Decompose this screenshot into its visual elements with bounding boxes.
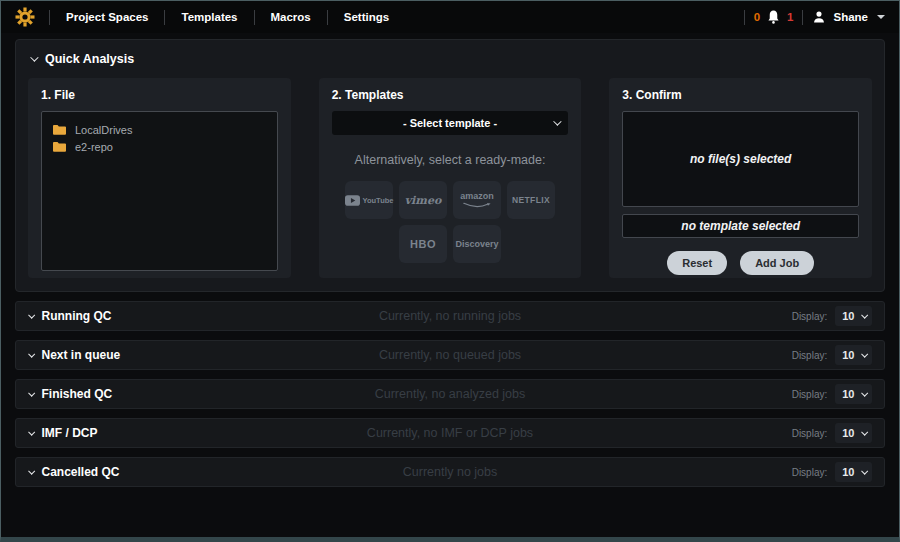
display-label: Display: (792, 389, 828, 400)
display-count-select[interactable]: 10 (835, 345, 872, 365)
confirm-panel-title: 3. Confirm (622, 88, 859, 102)
section-header-finished-qc[interactable]: Finished QC (28, 387, 112, 401)
section-display-controls: Display: 10 (792, 423, 872, 443)
navbar-right: 0 1 Shane (744, 10, 885, 25)
display-label: Display: (792, 350, 828, 361)
brand-label: Discovery (455, 239, 498, 249)
section-display-controls: Display: 10 (792, 345, 872, 365)
section-header-imf-dcp[interactable]: IMF / DCP (28, 426, 98, 440)
section-title: Finished QC (42, 387, 113, 401)
notification-count-left: 0 (754, 11, 760, 23)
folder-name: LocalDrives (75, 124, 132, 136)
nav-divider (802, 10, 803, 25)
section-title: Cancelled QC (42, 465, 120, 479)
file-panel: 1. File LocalDrives e2-repo (28, 78, 291, 278)
section-title: IMF / DCP (42, 426, 98, 440)
folder-item-e2-repo[interactable]: e2-repo (53, 138, 266, 155)
brand-button-amazon[interactable]: amazon (453, 181, 501, 219)
display-label: Display: (792, 428, 828, 439)
section-header-cancelled-qc[interactable]: Cancelled QC (28, 465, 120, 479)
chevron-down-icon (861, 350, 867, 356)
brand-label: NETFLIX (512, 195, 550, 205)
brand-row-1: YouTube vimeo amazon NETFLIX (332, 181, 569, 219)
display-count-value: 10 (842, 349, 854, 361)
section-display-controls: Display: 10 (792, 462, 872, 482)
section-cancelled-qc: Cancelled QC Currently no jobs Display: … (15, 457, 885, 487)
nav-item-templates[interactable]: Templates (165, 1, 253, 33)
template-select[interactable]: - Select template - (332, 111, 569, 135)
nav-item-settings[interactable]: Settings (328, 1, 405, 33)
amazon-smile-icon (461, 202, 493, 209)
no-files-text: no file(s) selected (690, 152, 791, 166)
add-job-button[interactable]: Add Job (740, 251, 814, 275)
brand-button-netflix[interactable]: NETFLIX (507, 181, 555, 219)
quick-analysis-panels: 1. File LocalDrives e2-repo 2. Templat (28, 78, 872, 278)
chevron-down-icon (861, 467, 867, 473)
chevron-down-icon (554, 117, 562, 125)
user-name: Shane (833, 11, 868, 23)
quick-analysis-title: Quick Analysis (45, 52, 134, 66)
ready-made-label: Alternatively, select a ready-made: (332, 153, 569, 167)
notifications-button[interactable]: 0 1 (754, 10, 794, 24)
confirm-buttons: Reset Add Job (622, 251, 859, 275)
file-browser[interactable]: LocalDrives e2-repo (41, 111, 278, 271)
section-title: Next in queue (42, 348, 121, 362)
section-status: Currently, no analyzed jobs (16, 387, 884, 401)
gear-logo-icon (15, 7, 35, 27)
section-finished-qc: Finished QC Currently, no analyzed jobs … (15, 379, 885, 409)
folder-icon (53, 141, 66, 152)
no-template-text: no template selected (681, 219, 800, 233)
folder-icon (53, 124, 66, 135)
selected-files-box: no file(s) selected (622, 111, 859, 207)
brand-label: vimeo (405, 194, 442, 207)
section-next-in-queue: Next in queue Currently, no queued jobs … (15, 340, 885, 370)
folder-item-localdrives[interactable]: LocalDrives (53, 121, 266, 138)
brand-button-vimeo[interactable]: vimeo (399, 181, 447, 219)
bell-icon (767, 10, 780, 24)
confirm-panel: 3. Confirm no file(s) selected no templa… (609, 78, 872, 278)
section-display-controls: Display: 10 (792, 384, 872, 404)
brand-label: HBO (410, 238, 436, 250)
templates-panel: 2. Templates - Select template - Alterna… (319, 78, 582, 278)
brand-label: YouTube (363, 196, 394, 205)
brand-button-hbo[interactable]: HBO (399, 225, 447, 263)
display-count-value: 10 (842, 466, 854, 478)
nav-item-project-spaces[interactable]: Project Spaces (50, 1, 164, 33)
chevron-down-icon (861, 428, 867, 434)
section-header-next-in-queue[interactable]: Next in queue (28, 348, 120, 362)
display-count-value: 10 (842, 427, 854, 439)
quick-analysis-header[interactable]: Quick Analysis (28, 50, 872, 66)
quick-analysis-card: Quick Analysis 1. File LocalDrives e2-re… (15, 39, 885, 292)
reset-button[interactable]: Reset (667, 251, 727, 275)
section-display-controls: Display: 10 (792, 306, 872, 326)
app-logo[interactable] (15, 7, 35, 27)
top-navbar: Project Spaces Templates Macros Settings… (1, 1, 899, 33)
chevron-down-icon (877, 15, 885, 19)
brand-button-youtube[interactable]: YouTube (345, 181, 393, 219)
template-select-value: - Select template - (403, 117, 497, 129)
display-count-select[interactable]: 10 (835, 384, 872, 404)
display-label: Display: (792, 467, 828, 478)
display-label: Display: (792, 311, 828, 322)
notification-count-right: 1 (787, 11, 793, 23)
user-menu[interactable]: Shane (812, 10, 885, 24)
folder-name: e2-repo (75, 141, 113, 153)
chevron-down-icon (28, 389, 34, 395)
section-status: Currently, no running jobs (16, 309, 884, 323)
selected-template-box: no template selected (622, 214, 859, 238)
templates-panel-title: 2. Templates (332, 88, 569, 102)
section-running-qc: Running QC Currently, no running jobs Di… (15, 301, 885, 331)
chevron-down-icon (28, 350, 34, 356)
display-count-select[interactable]: 10 (835, 462, 872, 482)
section-imf-dcp: IMF / DCP Currently, no IMF or DCP jobs … (15, 418, 885, 448)
section-status: Currently, no IMF or DCP jobs (16, 426, 884, 440)
brand-button-discovery[interactable]: Discovery (453, 225, 501, 263)
nav-item-macros[interactable]: Macros (255, 1, 327, 33)
display-count-select[interactable]: 10 (835, 423, 872, 443)
display-count-select[interactable]: 10 (835, 306, 872, 326)
section-status: Currently, no queued jobs (16, 348, 884, 362)
section-status: Currently no jobs (16, 465, 884, 479)
youtube-play-icon (345, 195, 360, 206)
section-header-running-qc[interactable]: Running QC (28, 309, 111, 323)
chevron-down-icon (30, 53, 38, 61)
